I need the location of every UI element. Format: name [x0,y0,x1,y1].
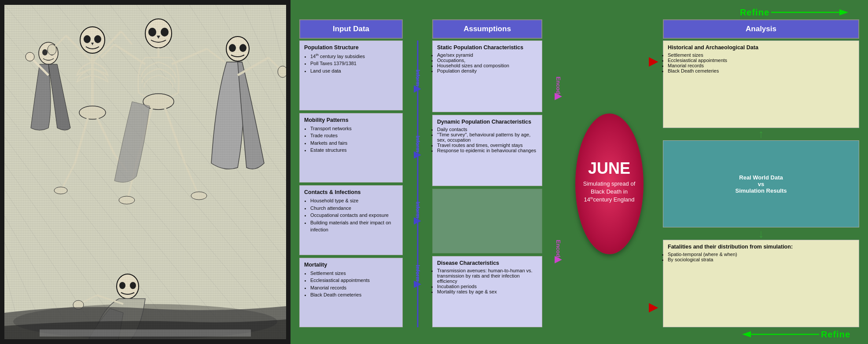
june-title: JUNE [588,161,630,176]
pop-item-2: Poll Taxes 1379/1381 [310,60,398,67]
svg-line-41 [114,154,128,172]
fatalities-title: Fatalities and their distribution from s… [668,244,854,250]
svg-point-57 [191,192,207,200]
svg-point-45 [161,28,169,37]
static-item-1: Age/sex pyramid [437,52,537,58]
real-world-text: Real World DatavsSimulation Results [735,174,787,194]
svg-point-63 [278,66,286,77]
svg-line-8 [189,5,286,154]
svg-rect-70 [40,329,251,337]
svg-line-20 [4,242,48,339]
svg-line-62 [268,58,282,71]
svg-point-25 [49,49,55,55]
historical-data-title: Historical and Archaeological Data [668,44,854,51]
hist-item-4: Black Death cemeteries [668,68,854,73]
mob-item-3: Markets and fairs [310,139,398,147]
dis-item-1: Transmission avenues: human-to-human vs.… [437,268,537,284]
svg-point-24 [42,49,48,55]
june-description: Simulating spread of Black Death in 14th… [575,176,644,208]
red-arrow-bottom: ▶ [649,300,658,314]
dynamic-pop-card: Dynamic Population Characteristics Daily… [432,115,542,187]
assumption-spacer [432,189,542,253]
svg-line-49 [101,44,114,58]
mort-item-1: Settlement sizes [310,270,398,277]
assumptions-column: Static Population Characteristics Age/se… [432,40,542,327]
refine-bottom-label: Refine [821,329,850,340]
svg-line-38 [75,117,88,163]
svg-point-23 [39,42,58,64]
svg-line-35 [92,31,121,62]
disease-char-list: Transmission avenues: human-to-human vs.… [437,268,537,294]
population-structure-title: Population Structure [304,44,398,51]
dynamic-pop-title: Dynamic Population Characteristics [437,119,537,125]
inform-label-4: Inform [415,265,421,281]
svg-line-17 [4,163,128,339]
svg-line-39 [62,163,75,190]
svg-line-34 [53,36,66,49]
fat-item-1: Spatio-temporal (where & when) [668,252,854,257]
svg-point-22 [13,304,277,339]
main-content: Population Structure 14th century lay su… [299,40,859,327]
static-item-2: Occupations, [437,58,537,63]
mobility-patterns-card: Mobility Patterns Transport networks Tra… [299,113,403,183]
svg-line-14 [4,84,207,339]
svg-line-9 [216,5,286,128]
june-ellipse: JUNE Simulating spread of Black Death in… [575,113,644,254]
static-pop-list: Age/sex pyramid Occupations, Household s… [437,52,537,73]
population-structure-list: 14th century lay subsidies Poll Taxes 13… [304,52,398,74]
up-arrow-icon: ↑ [758,127,764,141]
svg-point-56 [119,196,135,204]
svg-point-60 [239,44,246,52]
disease-characteristics-card: Disease Characteristics Transmission ave… [432,256,542,328]
inform-label-3: Inform [415,201,421,218]
svg-line-4 [84,5,286,260]
svg-line-67 [97,295,123,304]
svg-point-66 [130,282,136,289]
svg-line-52 [136,108,152,163]
mobility-patterns-list: Transport networks Trade routes Markets … [304,125,398,154]
input-data-column: Population Structure 14th century lay su… [299,40,403,327]
down-arrow-icon: ↓ [758,227,764,241]
contacts-infections-list: Household type & size Church attendance … [304,197,398,234]
svg-line-16 [4,137,154,339]
population-structure-card: Population Structure 14th century lay su… [299,40,403,110]
june-column: JUNE Simulating spread of Black Death in… [574,40,644,327]
svg-rect-0 [4,5,286,339]
svg-line-26 [31,58,48,75]
svg-line-12 [4,31,260,339]
analysis-inner: Historical and Archaeological Data Settl… [663,40,859,327]
mort-item-4: Black Death cemeteries [310,291,398,299]
svg-point-47 [143,94,174,110]
dyn-item-2: "Time survey", behavioural patterns by a… [437,132,537,143]
svg-line-51 [207,49,224,62]
svg-line-61 [238,58,268,75]
headers-row: Input Data Assumptions Analysis [299,19,859,39]
hist-item-2: Ecclesiastical appointments [668,58,854,63]
svg-line-33 [66,36,92,62]
svg-point-37 [48,44,56,55]
analysis-header: Analysis [663,19,859,39]
svg-line-36 [121,31,132,44]
svg-line-3 [57,5,286,286]
contacts-infections-card: Contacts & Infections Household type & s… [299,185,403,255]
dyn-item-4: Response to epidemic in behavioural chan… [437,148,537,153]
svg-line-54 [165,108,185,163]
fatalities-card: Fatalities and their distribution from s… [663,240,859,327]
con-item-4: Building materials and their impact on i… [310,219,398,234]
svg-line-2 [31,5,286,313]
hist-item-1: Settlement sizes [668,52,854,58]
mortality-list: Settlement sizes Ecclesiastical appointm… [304,270,398,299]
fat-item-2: By sociological strata [668,257,854,262]
dynamic-pop-list: Daily contacts "Time survey", behavioura… [437,127,537,153]
diagram-panel: Refine Input Data Assumptions Analysis P… [291,0,868,344]
svg-line-18 [4,190,101,339]
real-world-vs-simulation-card: Real World DatavsSimulation Results [663,140,859,228]
mortality-card: Mortality Settlement sizes Ecclesiastica… [299,258,403,328]
svg-line-5 [110,5,286,234]
svg-line-15 [4,110,180,339]
svg-line-55 [185,163,198,194]
svg-point-64 [117,274,139,299]
con-item-2: Church attendance [310,205,398,212]
svg-line-21 [4,269,22,339]
contacts-infections-title: Contacts & Infections [304,189,398,195]
